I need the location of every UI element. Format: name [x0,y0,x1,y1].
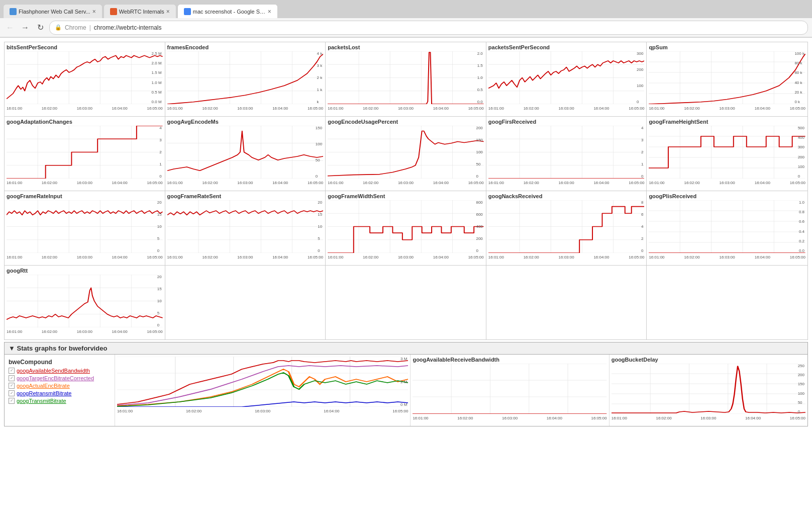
x-labels: 16:01:00 16:02:00 16:03:00 16:04:00 16:0… [7,255,163,260]
charts-row-2: googAdaptationChanges 4 3 [4,117,808,191]
page-content: bitsSentPerSecond 2.5 M 2.0 M [0,38,812,431]
y-label-min: 0.0 M [152,100,162,104]
chart-title: googFrameRateSent [167,193,324,199]
chart-googAdaptationChanges: googAdaptationChanges 4 3 [5,117,165,191]
chart-svg [649,200,805,253]
legend-checkbox-3[interactable]: ✓ [9,390,15,396]
charts-row-4: googRtt 20 15 10 [4,266,808,340]
y-label-mid2: 2.0 M [152,61,162,65]
chart-area: 2.0 1.5 1.0 0.5 0.0 16:01:00 16:02:00 16… [328,51,484,114]
chart-area: 150 100 50 0 16:01:00 16:02:00 16:03:00 … [167,126,324,189]
chart-title: googFrameHeightSent [649,119,805,125]
back-button[interactable]: ← [4,22,16,34]
chart-title: googFirsReceived [488,119,645,125]
y-labels: 20 15 10 5 0 [157,200,162,253]
chart-title: googEncodeUsagePercent [328,119,484,125]
chart-title: framesEncoded [167,44,324,50]
x-labels: 16:01:00 16:02:00 16:03:00 16:04:00 16:0… [328,255,484,260]
chart-area: 250 200 150 100 50 0 16:01:00 16:02:00 1… [612,364,805,424]
chart-area: 4 k 3 k 2 k 1 k k 16:01:00 16:02:00 16:0… [167,51,324,114]
chart-svg [167,126,324,179]
y-labels: 2.5 M 2.0 M 1.5 M 1.0 M 0.5 M 0.0 M [152,51,162,104]
chart-title: packetsLost [328,44,484,50]
y-labels: 100 k 80 k 60 k 40 k 20 k 0 k [794,51,804,104]
address-separator: | [89,24,91,31]
bwe-chart-svg [117,357,408,407]
lock-icon: 🔒 [55,24,62,31]
bwe-compound-title: bweCompound [9,359,111,366]
chart-googFirsReceived: googFirsReceived 4 3 2 [486,117,647,191]
bwe-content: bweCompound ✓ googAvailableSendBandwidth… [5,355,807,426]
chart-area: 20 15 10 5 0 16:01:00 16:02:00 16:03:00 … [7,275,163,337]
chart-title: googAvgEncodeMs [167,119,324,125]
bwe-available-receive-chart: googAvailableReceiveBandwidth [411,355,609,426]
legend-item-4: ✓ googTransmitBitrate [9,398,111,404]
x-labels: 16:01:00 16:02:00 16:03:00 16:04:00 16:0… [328,181,484,185]
tab-bar: Flashphoner Web Call Serv... × WebRTC In… [0,0,812,18]
chart-title: googPlisReceived [649,193,805,199]
tab-close-flashphoner[interactable]: × [92,8,96,15]
y-label-mid3: 1.0 M [152,80,162,85]
forward-button[interactable]: → [19,22,31,34]
tab-close-webrtc[interactable]: × [166,8,170,15]
y-labels: 300 200 100 0 [637,51,643,104]
chart-svg [167,200,324,253]
chart-title: packetsSentPerSecond [488,44,645,50]
tab-label-webrtc: WebRTC Internals [119,9,164,15]
chart-svg [328,200,484,253]
x-labels: 16:01:00 16:02:00 16:03:00 16:04:00 16:0… [488,181,645,185]
chart-title: qpSum [649,44,805,50]
legend-label-0: googAvailableSendBandwidth [17,368,90,374]
legend-label-1: googTargetEncBitrateCorrected [17,375,94,381]
x-labels: 16:01:00 16:02:00 16:03:00 16:04:00 16:0… [649,255,805,260]
chart-area: 300 200 100 0 16:01:00 16:02:00 16:03:00… [488,51,645,114]
tab-flashphoner[interactable]: Flashphoner Web Call Serv... × [3,4,103,18]
tab-favicon-flashphoner [10,8,17,15]
legend-checkbox-0[interactable]: ✓ [9,368,15,374]
legend-label-2: googActualEncBitrate [17,383,70,389]
chart-googFrameRateSent: googFrameRateSent 20 15 10 [165,191,326,266]
charts-row-1: bitsSentPerSecond 2.5 M 2.0 M [4,42,808,117]
nav-bar: ← → ↻ 🔒 Chrome | chrome://webrtc-interna… [0,18,812,37]
y-label-low: 0.5 M [152,90,162,95]
legend-item-1: ✓ googTargetEncBitrateCorrected [9,375,111,381]
bwe-section: ▼ Stats graphs for bweforvideo bweCompou… [4,342,808,426]
y-labels: 250 200 150 100 50 0 [798,364,804,414]
legend-checkbox-4[interactable]: ✓ [9,398,15,404]
chart-packetsLost: packetsLost 2.0 1.5 [326,42,486,117]
x-labels: 16:01:00 16:02:00 16:03:00 16:04:00 16:0… [167,255,324,260]
chart-googFrameHeightSent: googFrameHeightSent 500 [647,117,807,191]
x-labels: 16:01:00 16:02:00 16:03:00 16:04:00 16:0… [7,329,163,334]
chart-svg [649,126,805,179]
x-label-1: 16:02:00 [42,106,57,111]
x-labels: 16:01:00 16:02:00 16:03:00 16:04:00 16:0… [649,181,805,185]
chart-title: googAvailableReceiveBandwidth [413,357,606,363]
tab-google[interactable]: mac screenshot - Google Sea... × [177,4,278,18]
empty-cell-1 [165,266,326,340]
chart-googFrameRateInput: googFrameRateInput 20 15 1 [5,191,165,266]
legend-checkbox-2[interactable]: ✓ [9,383,15,389]
address-bar[interactable]: 🔒 Chrome | chrome://webrtc-internals [49,21,808,35]
tab-webrtc[interactable]: WebRTC Internals × [104,4,176,18]
chart-svg [167,51,324,104]
chart-svg [7,51,163,104]
address-url: chrome://webrtc-internals [94,24,162,31]
chart-svg [7,126,163,179]
bwe-header[interactable]: ▼ Stats graphs for bweforvideo [5,342,807,355]
y-labels: 200 150 100 50 0 [476,126,482,179]
chart-bitsSentPerSecond: bitsSentPerSecond 2.5 M 2.0 M [5,42,165,117]
chart-title: googFrameWidthSent [328,193,484,199]
x-labels: 16:01:00 16:02:00 16:03:00 16:04:00 16:0… [7,106,163,111]
bwe-y-labels: 3 M 2 M 0 M [400,357,407,407]
refresh-button[interactable]: ↻ [34,22,46,34]
address-chrome-label: Chrome [65,24,86,31]
tab-close-google[interactable]: × [268,8,271,15]
legend-checkbox-1[interactable]: ✓ [9,375,15,381]
chart-title: googNacksReceived [488,193,645,199]
bwe-legend: bweCompound ✓ googAvailableSendBandwidth… [5,355,115,426]
chart-area: 8 6 4 2 0 16:01:00 16:02:00 16:03:00 16:… [488,200,645,263]
y-labels: 500 400 300 200 100 0 [798,126,804,179]
chart-googNacksReceived: googNacksReceived 8 6 [486,191,647,266]
chart-qpSum: qpSum 100 k 80 k [647,42,807,117]
chart-title: googAdaptationChanges [7,119,163,125]
